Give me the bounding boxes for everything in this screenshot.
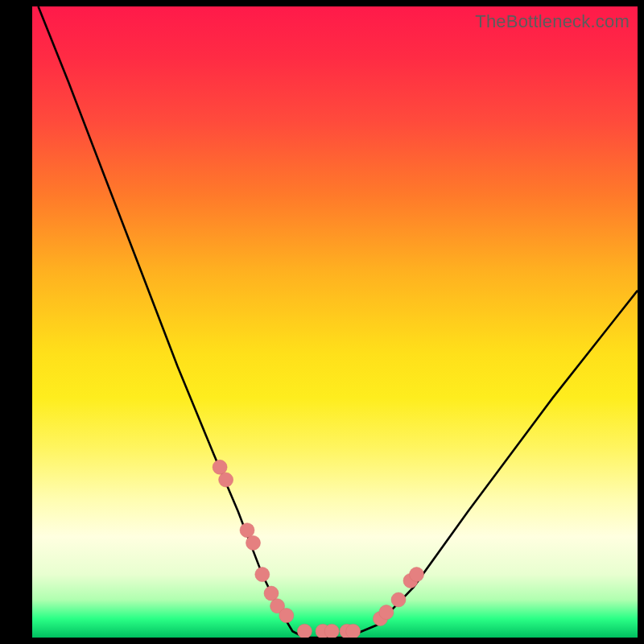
- data-point: [297, 624, 312, 638]
- data-point: [324, 624, 339, 638]
- data-point: [346, 624, 361, 638]
- data-point: [410, 568, 424, 582]
- data-point: [264, 586, 279, 601]
- data-point: [279, 609, 294, 623]
- data-points-group: [213, 460, 423, 638]
- data-point: [240, 523, 254, 538]
- watermark-text: TheBottleneck.com: [475, 11, 630, 32]
- data-point: [379, 605, 394, 620]
- chart-area: TheBottleneck.com: [32, 6, 638, 638]
- data-point: [246, 535, 261, 550]
- data-point: [219, 473, 233, 487]
- data-point: [391, 592, 406, 607]
- bottleneck-curve: [39, 6, 638, 638]
- chart-svg: [32, 6, 638, 638]
- data-point: [213, 460, 227, 474]
- data-point: [255, 568, 270, 582]
